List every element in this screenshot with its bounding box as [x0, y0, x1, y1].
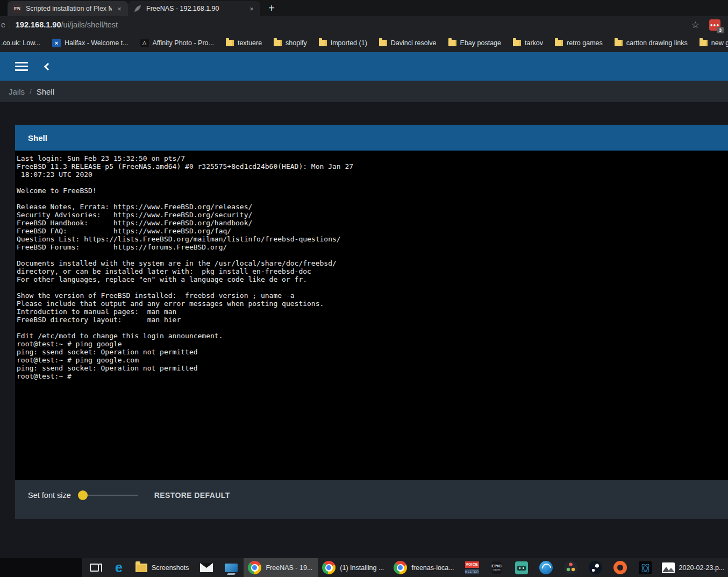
address-bar[interactable]: e 192.168.1.90/ui/jails/shell/test ☆ ●●●… — [0, 16, 728, 33]
affinity-icon: △ — [140, 39, 149, 47]
address-divider — [10, 20, 10, 29]
tab-strip-edge — [0, 0, 8, 16]
folder-icon — [226, 40, 234, 46]
folder-icon — [135, 564, 147, 572]
extension-badge: 3 — [717, 27, 724, 33]
page-title: Shell — [28, 133, 47, 143]
shell-card: Shell Last login: Sun Feb 23 15:32:50 on… — [15, 125, 728, 519]
taskbar-item-chrome[interactable]: freenas-ioca... — [389, 558, 459, 577]
taskbar-items: eScreenshotsFreeNAS - 19...(1) Installin… — [82, 558, 728, 577]
bookmark-item[interactable]: Davinci resolve — [379, 39, 437, 47]
taskbar-item-uplay[interactable] — [534, 558, 559, 577]
taskbar-item-label: FreeNAS - 19... — [266, 564, 312, 572]
taskbar-left-zone — [0, 558, 82, 577]
breadcrumb-separator: / — [30, 88, 32, 96]
folder-icon — [615, 40, 623, 46]
shell-card-header: Shell — [15, 125, 728, 151]
tab-title: Scripted installation of Plex Medi — [26, 5, 112, 12]
close-tab-icon[interactable]: × — [247, 5, 256, 13]
bookmark-label: textuere — [238, 39, 262, 47]
slider-knob[interactable] — [78, 490, 88, 500]
taskbar-item-epic[interactable]: EPICGAMES — [484, 558, 509, 577]
taskbar-item-steam[interactable] — [583, 558, 608, 577]
atom-icon — [639, 561, 652, 574]
taskbar-item-chrome[interactable]: FreeNAS - 19... — [244, 558, 318, 577]
taskbar-item-folder[interactable]: Screenshots — [131, 558, 194, 577]
folder-icon — [513, 40, 521, 46]
bookmark-item[interactable]: retro games — [555, 39, 603, 47]
bookmark-label: cartton drawing links — [626, 39, 688, 47]
bookmark-item[interactable]: .co.uk: Low... — [1, 39, 40, 47]
taskview-icon — [90, 564, 99, 572]
bookmark-label: shopify — [286, 39, 307, 47]
bookmark-label: tarkov — [525, 39, 543, 47]
pc-icon — [225, 564, 238, 572]
epic-games-icon: EPICGAMES — [491, 561, 502, 574]
bookmark-label: new game server h... — [711, 39, 728, 47]
epic-sub-label: GAMES — [493, 568, 500, 571]
taskbar-item-pc[interactable] — [219, 558, 244, 577]
taskbar-item-mail[interactable] — [194, 558, 219, 577]
photo-icon — [662, 562, 675, 573]
browser-tab-plex-install[interactable]: FN Scripted installation of Plex Medi × — [8, 1, 128, 16]
bookmark-label: Halifax - Welcome t... — [65, 39, 129, 47]
bookmark-item[interactable]: shopify — [274, 39, 307, 47]
breadcrumb-jails[interactable]: Jails — [9, 87, 25, 96]
bookmark-item[interactable]: tarkov — [513, 39, 543, 47]
back-arrow-icon[interactable] — [44, 62, 52, 70]
bookmark-item[interactable]: new game server h... — [700, 39, 728, 47]
bookmark-star-icon[interactable]: ☆ — [691, 19, 700, 31]
taskbar-item-origin[interactable] — [608, 558, 633, 577]
taskbar-item-label: freenas-ioca... — [411, 564, 454, 572]
url-text[interactable]: 192.168.1.90/ui/jails/shell/test — [16, 20, 691, 29]
taskbar-item-label: (1) Installing ... — [340, 564, 384, 572]
bookmark-item[interactable]: △Affinity Photo - Pro... — [140, 39, 214, 47]
bookmark-item[interactable]: ×Halifax - Welcome t... — [52, 39, 129, 47]
voicemeeter-icon: VOICEMEETER — [465, 561, 479, 574]
page-content: Shell Last login: Sun Feb 23 15:32:50 on… — [0, 102, 728, 558]
freenas-fin-favicon-icon — [133, 4, 142, 13]
restore-default-button[interactable]: RESTORE DEFAULT — [154, 491, 230, 500]
bookmark-label: Imported (1) — [331, 39, 367, 47]
folder-icon — [448, 40, 456, 46]
chrome-icon — [322, 561, 336, 574]
tab-strip: FN Scripted installation of Plex Medi × … — [0, 0, 728, 16]
bookmark-item[interactable]: Imported (1) — [319, 39, 367, 47]
folder-icon — [274, 40, 282, 46]
resolve-icon — [564, 561, 577, 574]
folder-icon — [555, 40, 563, 46]
taskbar-item-bot[interactable] — [509, 558, 534, 577]
origin-icon — [613, 561, 627, 574]
taskbar-item-chrome[interactable]: (1) Installing ... — [318, 558, 389, 577]
taskbar: eScreenshotsFreeNAS - 19...(1) Installin… — [0, 558, 728, 577]
chrome-icon — [394, 561, 407, 574]
folder-icon — [700, 40, 708, 46]
taskbar-item-voicemeeter[interactable]: VOICEMEETER — [460, 558, 484, 577]
new-tab-button[interactable]: + — [263, 1, 280, 16]
tab-title: FreeNAS - 192.168.1.90 — [146, 5, 244, 12]
bookmark-item[interactable]: cartton drawing links — [615, 39, 688, 47]
slider-track — [79, 495, 138, 496]
taskbar-item-photo[interactable]: 2020-02-23.p... — [658, 558, 728, 577]
menu-hamburger-icon[interactable] — [15, 66, 28, 67]
extension-icon[interactable]: ●●● 3 — [709, 19, 720, 31]
terminal-output[interactable]: Last login: Sun Feb 23 15:32:50 on pts/7… — [15, 151, 728, 380]
browser-chrome: FN Scripted installation of Plex Medi × … — [0, 0, 728, 52]
taskbar-item-taskview[interactable] — [82, 558, 106, 577]
font-size-slider[interactable] — [78, 490, 138, 500]
taskbar-item-atom[interactable] — [633, 558, 658, 577]
bookmark-label: Ebay postage — [460, 39, 501, 47]
bookmark-item[interactable]: Ebay postage — [448, 39, 501, 47]
close-tab-icon[interactable]: × — [115, 5, 124, 13]
bookmark-label: retro games — [567, 39, 603, 47]
terminal[interactable]: Last login: Sun Feb 23 15:32:50 on pts/7… — [15, 151, 728, 480]
shell-card-footer: Set font size RESTORE DEFAULT — [15, 480, 728, 519]
url-path: /ui/jails/shell/test — [61, 20, 118, 29]
steam-icon — [589, 561, 602, 574]
bookmark-item[interactable]: textuere — [226, 39, 262, 47]
taskbar-item-edge[interactable]: e — [106, 558, 131, 577]
taskbar-item-label: Screenshots — [152, 564, 189, 572]
taskbar-item-resolve[interactable] — [559, 558, 583, 577]
mail-icon — [200, 563, 213, 572]
browser-tab-freenas[interactable]: FreeNAS - 192.168.1.90 × — [128, 1, 260, 16]
